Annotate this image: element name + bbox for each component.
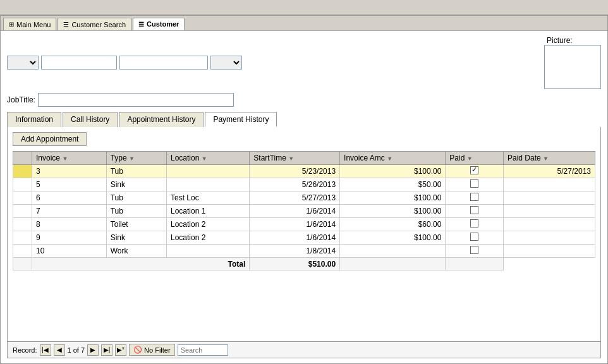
cell-type: Toilet: [106, 218, 166, 231]
nav-prev-button[interactable]: ◀: [54, 344, 65, 356]
picture-label: Picture:: [547, 36, 573, 45]
cell-paid[interactable]: [446, 205, 504, 218]
table-row[interactable]: 8ToiletLocation 21/6/2014$60.00: [13, 218, 595, 231]
col-select-header: [13, 152, 32, 165]
cell-invoice: 5: [32, 178, 107, 191]
nav-new-button[interactable]: ▶*: [115, 344, 126, 356]
tab-appointment-history[interactable]: Appointment History: [119, 112, 204, 127]
cell-type: Tub: [106, 165, 166, 178]
nav-next-button[interactable]: ▶: [87, 344, 99, 356]
total-empty: [13, 258, 32, 270]
tab-customer-search[interactable]: ☰ Customer Search: [58, 18, 131, 30]
table-row[interactable]: 6TubTest Loc5/27/2013$100.00: [13, 191, 595, 205]
cell-invoice: 9: [32, 231, 107, 245]
cell-paid-date: 5/27/2013: [504, 165, 595, 178]
starttime-sort-icon: ▼: [288, 155, 294, 162]
cell-invoice: 8: [32, 218, 107, 231]
tab-customer[interactable]: ☰ Customer: [133, 18, 185, 30]
suffix-dropdown[interactable]: [210, 56, 242, 70]
cell-paid[interactable]: [446, 178, 504, 191]
row-selector[interactable]: [13, 191, 32, 205]
paid-sort-icon: ▼: [467, 155, 473, 162]
cell-location: Location 1: [166, 205, 249, 218]
table-row[interactable]: 9SinkLocation 21/6/2014$100.00: [13, 231, 595, 245]
tab-call-history[interactable]: Call History: [63, 112, 118, 127]
prefix-dropdown[interactable]: [7, 56, 39, 70]
cell-start_time: 1/6/2014: [250, 205, 340, 218]
paid-checkbox[interactable]: [470, 179, 478, 188]
table-row[interactable]: 7TubLocation 11/6/2014$100.00: [13, 205, 595, 218]
tab-main-menu[interactable]: ⊞ Main Menu: [3, 18, 56, 30]
table-row[interactable]: 5Sink5/26/2013$50.00: [13, 178, 595, 191]
cell-type: Sink: [106, 178, 166, 191]
col-starttime-header[interactable]: StartTime ▼: [250, 152, 340, 165]
picture-box: Picture:: [544, 36, 601, 89]
add-appointment-button[interactable]: Add Appointment: [13, 132, 87, 146]
paid-checkbox[interactable]: [470, 206, 478, 214]
total-label: Total: [32, 258, 250, 270]
last-name-input[interactable]: Customer: [119, 56, 208, 70]
paid-checkbox[interactable]: [470, 233, 478, 241]
payment-table: Invoice ▼ Type ▼ Location ▼: [13, 151, 595, 270]
row-selector[interactable]: [13, 178, 32, 191]
paid-checkbox[interactable]: [470, 246, 478, 254]
cell-paid-date: [504, 191, 595, 205]
cell-location: Test Loc: [166, 191, 249, 205]
first-name-input[interactable]: Test: [41, 56, 117, 70]
no-filter-button[interactable]: 🚫 No Filter: [129, 344, 175, 356]
nav-first-button[interactable]: |◀: [40, 344, 51, 356]
cell-invoice_amount: $100.00: [340, 191, 446, 205]
row-selector[interactable]: [13, 231, 32, 245]
cell-invoice_amount: $60.00: [340, 218, 446, 231]
cell-invoice_amount: [340, 245, 446, 258]
table-row[interactable]: 10Work1/8/2014: [13, 245, 595, 258]
cell-start_time: 1/6/2014: [250, 231, 340, 245]
filter-icon: 🚫: [133, 346, 142, 354]
cell-start_time: 1/6/2014: [250, 218, 340, 231]
tab-payment-history[interactable]: Payment History: [205, 112, 277, 127]
cell-type: Tub: [106, 205, 166, 218]
cell-location: [166, 245, 249, 258]
picture-frame: [544, 45, 601, 89]
col-location-header[interactable]: Location ▼: [166, 152, 249, 165]
paiddate-sort-icon: ▼: [543, 155, 549, 162]
cell-invoice: 7: [32, 205, 107, 218]
cell-paid[interactable]: [446, 165, 504, 178]
cell-paid[interactable]: [446, 231, 504, 245]
row-selector[interactable]: [13, 218, 32, 231]
tab-information[interactable]: Information: [7, 112, 61, 127]
cell-paid[interactable]: [446, 245, 504, 258]
col-type-header[interactable]: Type ▼: [106, 152, 166, 165]
cell-paid-date: [504, 231, 595, 245]
cell-paid[interactable]: [446, 191, 504, 205]
customer-header-row: Test Customer Picture:: [7, 36, 601, 89]
paid-checkbox[interactable]: [470, 166, 478, 174]
col-invoice-header[interactable]: Invoice ▼: [32, 152, 107, 165]
cell-paid-date: [504, 205, 595, 218]
total-paid-empty: [340, 258, 446, 270]
col-paid-header[interactable]: Paid ▼: [446, 152, 504, 165]
table-total-row: Total$510.00: [13, 258, 595, 270]
table-row[interactable]: 3Tub5/23/2013$100.005/27/2013: [13, 165, 595, 178]
search-input[interactable]: [178, 344, 228, 356]
location-sort-icon: ▼: [202, 155, 207, 162]
row-selector[interactable]: [13, 205, 32, 218]
cell-paid-date: [504, 245, 595, 258]
top-tab-bar: [0, 0, 608, 15]
cell-invoice: 10: [32, 245, 107, 258]
cell-paid[interactable]: [446, 218, 504, 231]
row-selector[interactable]: [13, 165, 32, 178]
tab-icon: ☰: [63, 21, 69, 28]
row-selector[interactable]: [13, 245, 32, 258]
col-invoiceamt-header[interactable]: Invoice Amc ▼: [340, 152, 446, 165]
cell-start_time: 5/26/2013: [250, 178, 340, 191]
payment-table-container[interactable]: Invoice ▼ Type ▼ Location ▼: [13, 151, 595, 270]
cell-location: [166, 178, 249, 191]
col-paiddate-header[interactable]: Paid Date ▼: [504, 152, 595, 165]
cell-location: [166, 165, 249, 178]
jobtitle-input[interactable]: [38, 93, 234, 107]
paid-checkbox[interactable]: [470, 219, 478, 228]
nav-last-button[interactable]: ▶|: [101, 344, 112, 356]
cell-invoice: 3: [32, 165, 107, 178]
paid-checkbox[interactable]: [470, 193, 478, 201]
